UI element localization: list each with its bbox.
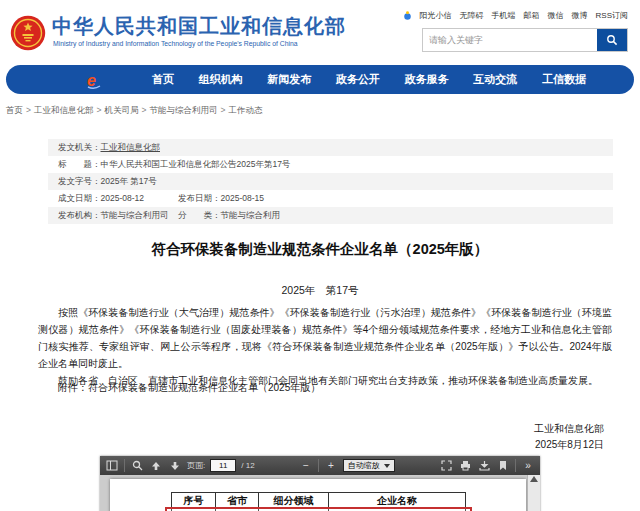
main-nav: e 首页 组织机构 新闻发布 政务公开 政务服务 互动交流 工信数据 (6, 65, 634, 94)
toolbar-divider (318, 459, 319, 472)
page-number-input[interactable] (210, 459, 236, 472)
breadcrumb-departments[interactable]: 机关司局 (104, 105, 138, 115)
toolbar-divider (124, 459, 125, 472)
weibo-link[interactable]: 微博 (572, 10, 588, 21)
breadcrumb-work-updates: 工作动态 (228, 105, 262, 115)
meta-label: 发布日期： (178, 193, 221, 203)
chevron-down-icon (384, 464, 390, 468)
signature-block: 工业和信息化部 2025年8月12日 (534, 421, 604, 453)
page-total: / 12 (241, 461, 254, 470)
signature-date: 2025年8月12日 (534, 437, 604, 453)
print-icon[interactable] (458, 458, 472, 473)
breadcrumb-separator: > (26, 105, 31, 115)
page-label: 页面: (187, 460, 205, 471)
meta-col2: 分 类：节能与综合利用 (178, 207, 280, 224)
mail-link[interactable]: 邮箱 (524, 10, 540, 21)
signature-org: 工业和信息化部 (534, 421, 604, 437)
meta-row-issuing-org: 发文机关：工业和信息化部 (48, 139, 613, 156)
meta-label: 成文日期： (58, 193, 101, 203)
breadcrumb-miit[interactable]: 工业和信息化部 (34, 105, 94, 115)
accessibility-link[interactable]: 无障碍 (460, 10, 484, 21)
meta-row-publisher: 发布机构：节能与综合利用司 分 类：节能与综合利用 (48, 207, 613, 224)
zoom-out-button[interactable]: − (299, 458, 313, 473)
meta-value: 2025-08-12 (101, 193, 144, 203)
nav-items: 首页 组织机构 新闻发布 政务公开 政务服务 互动交流 工信数据 (152, 72, 586, 87)
zoom-select-value: 自动缩放 (348, 460, 380, 471)
breadcrumb-energy-dept[interactable]: 节能与综合利用司 (149, 105, 217, 115)
miit-logo-icon: e (84, 70, 104, 90)
rss-link[interactable]: RSS订阅 (596, 10, 628, 21)
pdf-page: 序号 省市 细分领域 企业名称 282 湖北 环境监测仪器 武汉敢为科技有限公司 (110, 479, 526, 511)
xiaoxin-link[interactable]: 阳光小信 (420, 10, 452, 21)
meta-value: 节能与综合利用司 (101, 210, 169, 220)
mobile-link[interactable]: 手机端 (492, 10, 516, 21)
search-input[interactable] (423, 29, 597, 51)
nav-item-news[interactable]: 新闻发布 (267, 72, 311, 87)
bookmark-icon[interactable] (496, 458, 510, 473)
download-icon[interactable] (477, 458, 491, 473)
pdf-toolbar: 页面: / 12 − + 自动缩放 » (100, 456, 540, 475)
nav-item-gov-disclosure[interactable]: 政务公开 (336, 72, 380, 87)
breadcrumb: 首页>工业和信息化部>机关司局>节能与综合利用司>工作动态 (0, 94, 640, 117)
breadcrumb-separator: > (141, 105, 146, 115)
utility-links: 阳光小信 无障碍 手机端 邮箱 微信 微博 RSS订阅 (403, 10, 628, 21)
site-title: 中华人民共和国工业和信息化部 (52, 13, 346, 40)
issuing-org-link[interactable]: 工业和信息化部 (101, 142, 161, 152)
meta-value: 2025-08-15 (221, 193, 264, 203)
meta-label: 发布机构： (58, 210, 101, 220)
breadcrumb-home[interactable]: 首页 (6, 105, 23, 115)
scroll-up-arrow-icon[interactable] (530, 476, 538, 482)
nav-item-interaction[interactable]: 互动交流 (473, 72, 517, 87)
zoom-select[interactable]: 自动缩放 (343, 459, 395, 472)
meta-label: 标 题： (58, 159, 101, 169)
national-emblem-icon (10, 15, 46, 51)
search-button[interactable] (597, 29, 627, 51)
site-subtitle: Ministry of Industry and Information Tec… (53, 40, 298, 47)
meta-label: 发文字号： (58, 176, 101, 186)
meta-value: 节能与综合利用 (221, 210, 281, 220)
meta-row-dates: 成文日期：2025-08-12 发布日期：2025-08-15 (48, 190, 613, 207)
meta-row-doc-number: 发文字号：2025年 第17号 (48, 173, 613, 190)
nav-item-gov-services[interactable]: 政务服务 (405, 72, 449, 87)
site-search (422, 28, 628, 52)
attachment-line[interactable]: 附件：符合环保装备制造业规范条件企业名单（2025年版） (38, 381, 612, 395)
wechat-link[interactable]: 微信 (548, 10, 564, 21)
nav-item-data[interactable]: 工信数据 (542, 72, 586, 87)
xiaoxin-robot-icon (403, 11, 412, 20)
search-icon (606, 34, 618, 46)
paragraph: 按照《环保装备制造行业（大气治理）规范条件》《环保装备制造行业（污水治理）规范条… (38, 304, 612, 372)
document-body: 按照《环保装备制造行业（大气治理）规范条件》《环保装备制造行业（污水治理）规范条… (38, 304, 612, 389)
meta-value: 中华人民共和国工业和信息化部公告2025年第17号 (101, 159, 291, 169)
site-header: 中华人民共和国工业和信息化部 Ministry of Industry and … (0, 0, 640, 63)
find-icon[interactable] (130, 458, 144, 473)
sidebar-toggle-icon[interactable] (105, 458, 119, 473)
pdf-scrollbar[interactable] (527, 475, 540, 511)
pdf-viewer: 页面: / 12 − + 自动缩放 » 序号 (100, 456, 540, 511)
nav-item-home[interactable]: 首页 (152, 72, 174, 87)
pdf-content-area: 序号 省市 细分领域 企业名称 282 湖北 环境监测仪器 武汉敢为科技有限公司 (100, 475, 540, 511)
document-meta-table: 发文机关：工业和信息化部 标 题：中华人民共和国工业和信息化部公告2025年第1… (48, 139, 613, 224)
presentation-mode-icon[interactable] (439, 458, 453, 473)
page-up-icon[interactable] (149, 458, 163, 473)
breadcrumb-separator: > (96, 105, 101, 115)
zoom-in-button[interactable]: + (324, 458, 338, 473)
document-number: 2025年 第17号 (0, 284, 640, 298)
meta-value: 2025年 第17号 (101, 176, 157, 186)
meta-col2: 发布日期：2025-08-15 (178, 190, 264, 207)
highlight-box (165, 507, 472, 511)
toolbar-divider (515, 459, 516, 472)
document-title: 符合环保装备制造业规范条件企业名单（2025年版） (0, 240, 640, 259)
more-tools-icon[interactable]: » (521, 458, 535, 473)
breadcrumb-separator: > (220, 105, 225, 115)
nav-item-organization[interactable]: 组织机构 (199, 72, 243, 87)
page-down-icon[interactable] (168, 458, 182, 473)
meta-label: 发文机关： (58, 142, 101, 152)
meta-row-title: 标 题：中华人民共和国工业和信息化部公告2025年第17号 (48, 156, 613, 173)
meta-label: 分 类： (178, 210, 221, 220)
